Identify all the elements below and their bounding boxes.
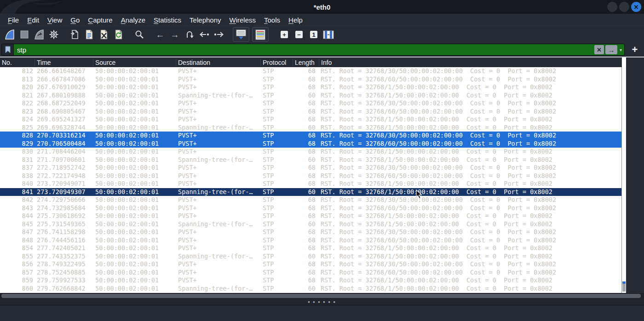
- clear-filter-button[interactable]: ✕: [594, 45, 604, 54]
- go-last-packet-button[interactable]: [212, 28, 226, 41]
- packet-cell-protocol: STP: [261, 132, 293, 140]
- restart-capture-button[interactable]: [32, 28, 46, 41]
- column-header-time[interactable]: Time: [35, 59, 93, 66]
- menu-file[interactable]: File: [4, 15, 23, 25]
- packet-row[interactable]: 854277.74240502150:00:00:02:00:01PVST+ST…: [0, 244, 622, 252]
- menu-wireless[interactable]: Wireless: [225, 15, 260, 25]
- packet-row[interactable]: 859279.75992753350:00:00:02:00:01PVST+ST…: [0, 276, 622, 285]
- packet-row[interactable]: 842274.72975066650:00:00:02:00:01PVST+ST…: [0, 196, 622, 204]
- column-header-length[interactable]: Length: [293, 59, 319, 66]
- column-header-no[interactable]: No.: [0, 59, 35, 66]
- packet-row[interactable]: 840273.72094907150:00:00:02:00:01PVST+ST…: [0, 180, 622, 188]
- packet-row[interactable]: 829270.70650048450:00:00:02:00:01PVST+ST…: [0, 140, 622, 148]
- menu-help[interactable]: Help: [284, 15, 307, 25]
- add-filter-button[interactable]: +: [628, 45, 641, 55]
- normal-size-button[interactable]: 1: [307, 28, 321, 41]
- maximize-button[interactable]: [619, 2, 629, 12]
- close-button[interactable]: ✕: [631, 2, 641, 12]
- go-back-button[interactable]: ←: [153, 28, 167, 41]
- packet-cell-length: 60: [293, 156, 319, 164]
- colorize-toggle-button[interactable]: [252, 27, 269, 42]
- packet-row[interactable]: 823268.69080546750:00:00:02:00:01PVST+ST…: [0, 108, 622, 116]
- go-to-packet-button[interactable]: [183, 28, 196, 41]
- open-file-button[interactable]: [68, 28, 81, 41]
- packet-cell-time: 269.696328744: [35, 124, 93, 132]
- pane-splitter[interactable]: ● ● ● ● ● ●: [0, 299, 644, 305]
- reload-file-button[interactable]: [112, 28, 126, 41]
- packet-row[interactable]: 838272.72217494850:00:00:02:00:01PVST+ST…: [0, 172, 622, 180]
- vertical-scrollbar-thumb[interactable]: [622, 281, 626, 292]
- menu-analyze[interactable]: Analyze: [117, 15, 150, 25]
- packet-cell-info: RST. Root = 32768/1/50:00:00:02:00:00 Co…: [319, 115, 622, 124]
- menu-telephony[interactable]: Telephony: [185, 15, 225, 25]
- apply-filter-button[interactable]: →: [605, 45, 617, 54]
- go-first-packet-button[interactable]: [197, 28, 211, 41]
- stop-capture-button[interactable]: [17, 28, 31, 41]
- filter-dropdown-arrow[interactable]: ▾: [617, 47, 624, 52]
- packet-cell-destination: PVST+: [176, 196, 261, 204]
- packet-cell-time: 271.709700601: [35, 156, 93, 164]
- packet-cell-length: 68: [293, 132, 319, 140]
- packet-row[interactable]: 857278.75245088550:00:00:02:00:01PVST+ST…: [0, 269, 622, 277]
- close-file-button[interactable]: [97, 28, 111, 41]
- minimize-button[interactable]: [607, 2, 617, 12]
- packet-row[interactable]: 843274.73298568450:00:00:02:00:01PVST+ST…: [0, 204, 622, 212]
- packet-row[interactable]: 848276.74445611650:00:00:02:00:01PVST+ST…: [0, 236, 622, 245]
- menu-go[interactable]: Go: [66, 15, 84, 25]
- menu-statistics[interactable]: Statistics: [150, 15, 185, 25]
- capture-options-button[interactable]: [47, 28, 61, 41]
- menu-view[interactable]: View: [43, 15, 66, 25]
- packet-row[interactable]: 831271.70970060150:00:00:02:00:01Spannin…: [0, 156, 622, 164]
- packet-row[interactable]: 830271.70844620450:00:00:02:00:01PVST+ST…: [0, 148, 622, 156]
- packet-cell-no: 843: [0, 204, 35, 212]
- filter-bookmark-button[interactable]: [2, 44, 14, 55]
- find-packet-button[interactable]: [132, 28, 146, 41]
- vertical-scrollbar[interactable]: [621, 67, 626, 293]
- menu-tools[interactable]: Tools: [260, 15, 284, 25]
- auto-scroll-toggle-button[interactable]: [233, 27, 249, 42]
- horizontal-scrollbar-thumb[interactable]: [1, 294, 641, 298]
- packet-row[interactable]: 825269.69632874450:00:00:02:00:01Spannin…: [0, 124, 622, 132]
- packet-row[interactable]: 828270.70331621450:00:00:02:00:01PVST+ST…: [0, 132, 622, 140]
- menu-capture[interactable]: Capture: [84, 15, 116, 25]
- go-forward-button[interactable]: →: [168, 28, 182, 41]
- packet-row[interactable]: 847276.74115829850:00:00:02:00:01PVST+ST…: [0, 228, 622, 236]
- packet-cell-destination: PVST+: [176, 236, 261, 245]
- packet-row[interactable]: 812266.66164826750:00:00:02:00:01PVST+ST…: [0, 67, 622, 75]
- packet-row[interactable]: 821267.68010988850:00:00:02:00:01Spannin…: [0, 92, 622, 100]
- packet-row[interactable]: 860279.76266884250:00:00:02:00:01Spannin…: [0, 285, 622, 293]
- packet-row[interactable]: 820267.67691002950:00:00:02:00:01PVST+ST…: [0, 83, 622, 92]
- start-capture-button[interactable]: [3, 28, 17, 41]
- packet-row[interactable]: 841273.72094930750:00:00:02:00:01Spannin…: [0, 188, 622, 196]
- packet-row[interactable]: 855277.74335237550:00:00:02:00:01Spannin…: [0, 252, 622, 261]
- packet-row[interactable]: 822268.68725204950:00:00:02:00:01PVST+ST…: [0, 99, 622, 108]
- packet-row[interactable]: 844275.73061869250:00:00:02:00:01PVST+ST…: [0, 212, 622, 220]
- packet-row[interactable]: 856278.74932249550:00:00:02:00:01PVST+ST…: [0, 260, 622, 269]
- packet-cell-protocol: STP: [261, 108, 293, 116]
- packet-cell-source: 50:00:00:02:00:01: [93, 92, 176, 100]
- column-header-source[interactable]: Source: [93, 59, 176, 66]
- packet-cell-protocol: STP: [261, 212, 293, 220]
- column-header-protocol[interactable]: Protocol: [261, 59, 293, 66]
- zoom-out-button[interactable]: −: [292, 28, 306, 41]
- zoom-out-icon: −: [295, 31, 303, 38]
- zoom-in-button[interactable]: +: [277, 28, 291, 41]
- packet-row[interactable]: 837272.71895274250:00:00:02:00:01PVST+ST…: [0, 164, 622, 172]
- resize-columns-button[interactable]: [322, 28, 335, 41]
- column-header-info[interactable]: Info: [319, 59, 622, 66]
- horizontal-scrollbar[interactable]: [0, 293, 644, 299]
- packet-cell-info: RST. Root = 32768/30/50:00:00:02:00:00 C…: [319, 196, 622, 204]
- packet-row[interactable]: 824269.69524132750:00:00:02:00:01PVST+ST…: [0, 115, 622, 124]
- packet-cell-protocol: STP: [261, 236, 293, 245]
- packet-cell-info: RST. Root = 32768/1/50:00:00:02:00:00 Co…: [319, 244, 622, 252]
- column-header-destination[interactable]: Destination: [176, 59, 261, 66]
- save-file-button[interactable]: [82, 28, 96, 41]
- packet-cell-info: RST. Root = 32768/1/50:00:00:02:00:00 Co…: [319, 148, 622, 156]
- packet-cell-time: 279.762668842: [35, 285, 93, 293]
- packet-row[interactable]: 845275.73154936550:00:00:02:00:01Spannin…: [0, 220, 622, 229]
- packet-row[interactable]: 813266.66784708650:00:00:02:00:01PVST+ST…: [0, 75, 622, 84]
- menu-edit[interactable]: Edit: [23, 15, 43, 25]
- packet-cell-length: 60: [293, 252, 319, 261]
- display-filter-input[interactable]: stp ✕ → ▾: [1, 44, 625, 56]
- packet-cell-time: 276.744456116: [35, 236, 93, 245]
